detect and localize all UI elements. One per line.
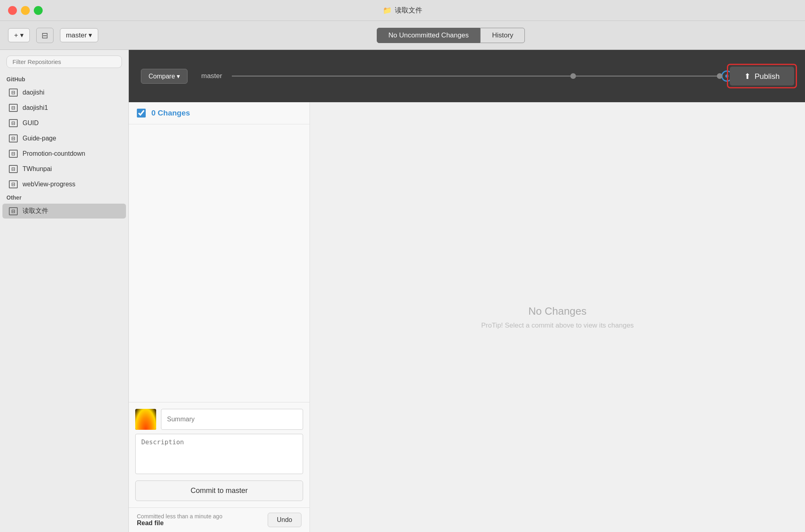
compare-button[interactable]: Compare ▾ [141, 69, 188, 84]
sidebar-section-other: Other [0, 192, 128, 203]
tab-no-uncommitted[interactable]: No Uncommitted Changes [377, 28, 480, 43]
changes-list [129, 124, 310, 402]
undo-button[interactable]: Undo [268, 513, 301, 527]
sidebar-item-label: webView-progress [23, 181, 75, 188]
tab-history[interactable]: History [480, 28, 525, 43]
select-all-checkbox[interactable] [137, 109, 146, 118]
timeline-dot-left [570, 73, 576, 79]
sidebar-item-label: daojishi [23, 89, 44, 96]
changes-header: 0 Changes [129, 102, 310, 124]
commit-button[interactable]: Commit to master [135, 480, 303, 501]
main-layout: GitHub ⊟ daojishi ⊟ daojishi1 ⊟ GUID ⊟ G… [0, 50, 805, 532]
add-repo-button[interactable]: + ▾ [8, 28, 30, 42]
repo-icon: ⊟ [9, 104, 18, 112]
committed-time: Committed less than a minute ago [137, 513, 222, 520]
sidebar-section-github: GitHub [0, 74, 128, 85]
close-button[interactable] [8, 6, 17, 15]
title-text: 读取文件 [395, 6, 422, 15]
repo-icon: ⊟ [9, 89, 18, 97]
branch-selector-button[interactable]: master ▾ [60, 28, 99, 42]
sidebar-item-webview-progress[interactable]: ⊟ webView-progress [2, 177, 126, 192]
right-panel: No Changes ProTip! Select a commit above… [310, 102, 805, 532]
sidebar-filter-area [0, 50, 128, 74]
repo-icon: ⊟ [9, 119, 18, 127]
commit-row [135, 409, 303, 430]
publish-label: Publish [755, 72, 780, 80]
left-panel: 0 Changes Commit to master Commi [129, 102, 310, 532]
sidebar-item-label: Promotion-countdown [23, 150, 85, 157]
repo-icon: ⊟ [9, 150, 18, 158]
sidebar-item-label: Guide-page [23, 135, 56, 142]
traffic-lights [8, 6, 43, 15]
no-changes-title: No Changes [528, 305, 587, 318]
sidebar-item-label: TWhunpai [23, 165, 52, 173]
changes-panel: 0 Changes Commit to master Commi [129, 102, 805, 532]
committed-bar: Committed less than a minute ago Read fi… [129, 507, 310, 532]
repo-icon: ⊟ [9, 134, 18, 142]
minimize-button[interactable] [21, 6, 30, 15]
folder-icon: 📁 [383, 6, 392, 15]
timeline-line [232, 76, 720, 76]
maximize-button[interactable] [34, 6, 43, 15]
sidebar-item-guide-page[interactable]: ⊟ Guide-page [2, 131, 126, 146]
sidebar-item-daojishi1[interactable]: ⊟ daojishi1 [2, 101, 126, 115]
avatar-fire [135, 409, 156, 430]
toolbar: + ▾ ⊟ master ▾ No Uncommitted Changes Hi… [0, 21, 805, 50]
repo-icon: ⊟ [9, 180, 18, 188]
sidebar: GitHub ⊟ daojishi ⊟ daojishi1 ⊟ GUID ⊟ G… [0, 50, 129, 532]
tab-group: No Uncommitted Changes History [377, 28, 525, 43]
window-title: 📁 读取文件 [383, 6, 422, 15]
titlebar: 📁 读取文件 [0, 0, 805, 21]
publish-button[interactable]: ⬆ Publish [730, 67, 794, 86]
content-area: Compare ▾ master ⬆ Publish [129, 50, 805, 532]
sidebar-item-daojishi[interactable]: ⊟ daojishi [2, 85, 126, 100]
sidebar-item-label: 读取文件 [23, 207, 48, 215]
branch-timeline: master [201, 70, 733, 82]
sidebar-item-label: GUID [23, 120, 39, 127]
sidebar-item-twhunpai[interactable]: ⊟ TWhunpai [2, 162, 126, 176]
timeline-dot-right [717, 73, 722, 79]
summary-input[interactable] [161, 409, 303, 430]
publish-icon: ⬆ [744, 72, 751, 81]
description-input[interactable] [135, 434, 303, 474]
branch-bar: Compare ▾ master ⬆ Publish [129, 50, 805, 102]
changes-count: 0 Changes [151, 109, 190, 118]
no-changes-subtitle: ProTip! Select a commit above to view it… [481, 322, 634, 330]
committed-name: Read file [137, 520, 222, 527]
committed-text: Committed less than a minute ago Read fi… [137, 513, 222, 527]
sidebar-item-read-file[interactable]: ⊟ 读取文件 [2, 204, 126, 219]
sidebar-item-label: daojishi1 [23, 104, 48, 111]
sidebar-item-promotion-countdown[interactable]: ⊟ Promotion-countdown [2, 146, 126, 161]
repo-icon: ⊟ [9, 165, 18, 173]
filter-repos-input[interactable] [6, 56, 122, 68]
commit-form: Commit to master [129, 402, 310, 507]
branch-name-label: master [201, 72, 222, 80]
avatar [135, 409, 156, 430]
repo-icon: ⊟ [9, 207, 18, 215]
publish-button-wrapper: ⬆ Publish [727, 64, 797, 89]
sidebar-toggle-button[interactable]: ⊟ [36, 28, 54, 43]
sidebar-item-guid[interactable]: ⊟ GUID [2, 116, 126, 130]
